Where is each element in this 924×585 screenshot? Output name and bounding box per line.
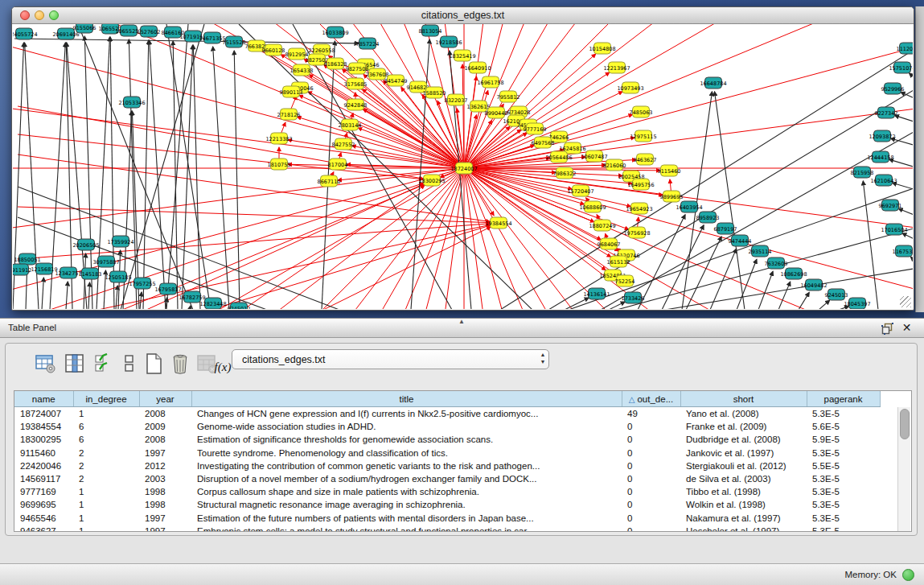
graph-node[interactable]: 30975887: [92, 256, 119, 267]
cell-in-degree[interactable]: 2: [73, 447, 139, 459]
cell-in-degree[interactable]: 1: [73, 485, 139, 498]
table-row[interactable]: 2242004622012Investigating the contribut…: [14, 459, 880, 472]
cell-short[interactable]: Dudbridge et al. (2008): [680, 433, 807, 446]
edit-columns-button[interactable]: [64, 352, 86, 376]
graph-node[interactable]: 2718126: [277, 109, 301, 120]
graph-node[interactable]: 12213967: [603, 62, 630, 73]
network-view-window[interactable]: citations_edges.txt 24055724206914069155…: [11, 6, 914, 311]
graph-node[interactable]: 19218586: [435, 36, 462, 47]
graph-node[interactable]: 9115460: [658, 165, 681, 176]
cell-short[interactable]: Stergiakouli et al. (2012): [680, 459, 807, 472]
graph-node[interactable]: 1145183: [79, 268, 102, 279]
graph-node[interactable]: 7485063: [630, 106, 653, 117]
column-header-title[interactable]: title: [191, 391, 622, 407]
graph-node[interactable]: 9242848: [344, 99, 368, 110]
graph-node[interactable]: 15720407: [567, 185, 593, 196]
graph-node[interactable]: 8186328: [324, 58, 347, 69]
column-header-in-degree[interactable]: in_degree: [73, 391, 139, 407]
graph-node[interactable]: 8454749: [384, 75, 408, 86]
graph-node[interactable]: 6497568: [532, 137, 555, 148]
graph-node[interactable]: 817004: [328, 159, 348, 170]
cell-short[interactable]: de Silva et al. (2003): [680, 472, 807, 485]
cell-out-de-[interactable]: 0: [622, 472, 680, 485]
graph-node[interactable]: 9777169: [524, 123, 547, 134]
cell-out-de-[interactable]: 0: [622, 420, 680, 433]
graph-node[interactable]: 10688609: [579, 201, 606, 212]
graph-node[interactable]: 8427552: [332, 138, 355, 150]
graph-node[interactable]: 3175685: [344, 78, 368, 89]
delete-rows-button[interactable]: [169, 352, 191, 376]
table-row[interactable]: 946554611997Estimation of the future num…: [14, 512, 880, 525]
column-header-short[interactable]: short: [680, 391, 807, 407]
cell-pagerank[interactable]: 5.5E-5: [807, 459, 880, 472]
cell-name[interactable]: 9777169: [14, 485, 73, 498]
graph-node[interactable]: 8216060: [603, 159, 626, 171]
graph-node[interactable]: 16049482: [800, 279, 827, 290]
cell-name[interactable]: 9465546: [14, 512, 73, 525]
cell-short[interactable]: Nakamura et al. (1997): [680, 512, 807, 525]
graph-node[interactable]: 12505185: [105, 271, 131, 282]
graph-node[interactable]: 9529966: [881, 83, 905, 94]
cell-short[interactable]: Jankovic et al. (1997): [680, 447, 807, 459]
cell-out-de-[interactable]: 0: [622, 447, 680, 459]
graph-node[interactable]: 7515526: [223, 36, 246, 47]
cell-year[interactable]: 1998: [139, 485, 191, 498]
graph-node[interactable]: 1588520: [423, 87, 446, 98]
graph-node[interactable]: 1527602: [138, 26, 161, 37]
graph-node[interactable]: 9692971: [879, 200, 902, 211]
graph-node[interactable]: 17016504: [881, 224, 907, 235]
column-header-pagerank[interactable]: pagerank: [807, 391, 880, 407]
memory-ok-icon[interactable]: [902, 569, 914, 581]
cell-year[interactable]: 1997: [139, 512, 191, 525]
cell-in-degree[interactable]: 2: [73, 472, 139, 485]
graph-node[interactable]: 18325419: [449, 50, 475, 61]
cell-year[interactable]: 2003: [139, 472, 191, 485]
close-panel-icon[interactable]: ✕: [901, 321, 913, 334]
cell-in-degree[interactable]: 1: [73, 498, 139, 511]
graph-node[interactable]: 10154808: [589, 43, 615, 54]
table-row[interactable]: 1456911722003Disruption of a novel membe…: [14, 472, 880, 485]
graph-node[interactable]: 16961758: [477, 76, 503, 88]
graph-node[interactable]: 19756928: [623, 227, 650, 238]
graph-node[interactable]: 3911912: [13, 264, 31, 275]
cell-out-de-[interactable]: 49: [622, 407, 680, 421]
cell-pagerank[interactable]: 5.9E-5: [807, 433, 880, 446]
graph-node[interactable]: 1112069: [897, 43, 913, 54]
cell-out-de-[interactable]: 0: [622, 525, 680, 532]
cell-title[interactable]: Estimation of the future numbers of pati…: [191, 512, 622, 525]
cell-short[interactable]: Wolkin et al. (1998): [680, 498, 807, 511]
graph-node[interactable]: 10973493: [617, 82, 643, 93]
graph-node[interactable]: 8215958: [851, 167, 874, 178]
cell-in-degree[interactable]: 1: [73, 407, 139, 421]
table-panel-titlebar[interactable]: ▲ Table Panel ✕: [0, 318, 924, 338]
window-titlebar[interactable]: citations_edges.txt: [12, 7, 914, 24]
cell-title[interactable]: Changes of HCN gene expression and I(f) …: [191, 407, 622, 421]
graph-node[interactable]: 9890113: [280, 86, 303, 97]
cell-pagerank[interactable]: 5.3E-5: [807, 498, 880, 511]
cell-year[interactable]: 1997: [139, 447, 191, 459]
cell-in-degree[interactable]: 6: [73, 433, 139, 446]
cell-pagerank[interactable]: 5.3E-5: [807, 525, 880, 532]
graph-node[interactable]: 9463627: [634, 154, 657, 165]
table-row[interactable]: 946362711997Embryonic stem cells: a mode…: [14, 525, 880, 532]
graph-node[interactable]: 6879197: [714, 223, 737, 234]
cell-year[interactable]: 2009: [139, 420, 191, 433]
scrollbar-thumb[interactable]: [900, 409, 910, 439]
table-row[interactable]: 911546021997Tourette syndrome. Phenomeno…: [14, 447, 880, 459]
cell-out-de-[interactable]: 0: [622, 485, 680, 498]
graph-node[interactable]: 1733426: [622, 292, 645, 303]
graph-node[interactable]: 8813054: [419, 25, 442, 36]
cell-out-de-[interactable]: 0: [622, 512, 680, 525]
graph-node[interactable]: 1654338: [290, 64, 314, 76]
cell-name[interactable]: 9115460: [14, 447, 73, 459]
cell-short[interactable]: Tibbo et al. (1998): [680, 485, 807, 498]
graph-node[interactable]: 16403954: [676, 201, 702, 212]
network-canvas[interactable]: 2405572420691406915506610655271065525715…: [13, 24, 913, 309]
new-table-button[interactable]: [142, 352, 165, 376]
graph-node[interactable]: 2935114: [749, 245, 772, 257]
graph-node[interactable]: 9245013: [825, 289, 848, 300]
cell-pagerank[interactable]: 5.3E-5: [807, 512, 880, 525]
graph-node[interactable]: 7632609: [765, 257, 788, 269]
graph-node[interactable]: 20206505: [72, 239, 99, 250]
graph-node[interactable]: 12975115: [630, 130, 656, 142]
